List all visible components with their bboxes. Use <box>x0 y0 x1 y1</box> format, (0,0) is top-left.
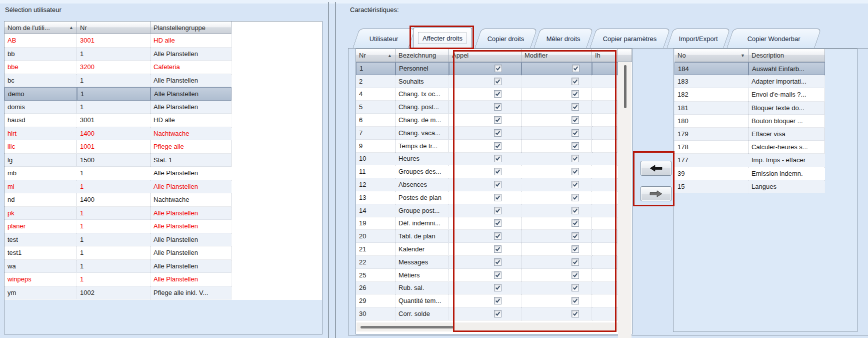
right-row[interactable]: 20Tabl. de plan <box>356 230 618 243</box>
right-row[interactable]: 26Rub. sal. <box>356 282 618 295</box>
available-row[interactable]: 15Langues <box>674 180 825 193</box>
column-header[interactable] <box>618 49 632 62</box>
checkbox-checked[interactable] <box>572 232 579 240</box>
right-row[interactable]: 25Métiers <box>356 269 618 282</box>
right-row[interactable]: 1Personnel <box>356 62 618 75</box>
checkbox-checked[interactable] <box>572 284 579 291</box>
user-row[interactable]: test1Alle Planstellen <box>4 233 232 247</box>
vertical-scroll-thumb[interactable] <box>624 65 626 108</box>
tab-utilisateur[interactable]: Utilisateur <box>352 29 415 48</box>
checkbox-checked[interactable] <box>572 103 579 111</box>
checkbox-checked[interactable] <box>572 245 579 253</box>
available-row[interactable]: 181Bloquer texte do... <box>674 102 825 115</box>
checkbox-checked[interactable] <box>572 271 579 279</box>
checkbox-checked[interactable] <box>572 207 579 214</box>
available-row[interactable]: 182Envoi d'e-mails ?... <box>674 88 825 101</box>
right-row[interactable]: 5Chang. post... <box>356 101 618 114</box>
column-header[interactable]: Nr <box>77 22 150 34</box>
right-row[interactable]: 14Groupe post... <box>356 204 618 217</box>
right-row[interactable]: 6Chang. de m... <box>356 114 618 127</box>
checkbox-checked[interactable] <box>572 181 579 188</box>
column-header[interactable]: Description <box>748 49 825 62</box>
checkbox-checked[interactable] <box>494 258 502 266</box>
column-header[interactable]: Appel <box>449 49 522 62</box>
column-header[interactable]: Nom de l'utili...▲ <box>4 22 77 34</box>
checkbox-checked[interactable] <box>572 258 579 266</box>
user-row[interactable]: test11Alle Planstellen <box>4 246 232 260</box>
rights-horizontal-scrollbar[interactable] <box>356 322 618 331</box>
available-row[interactable]: 39Emission indemn. <box>674 167 825 180</box>
user-row[interactable]: lg1500Stat. 1 <box>4 154 232 167</box>
checkbox-checked[interactable] <box>494 90 502 98</box>
checkbox-checked[interactable] <box>494 219 502 227</box>
right-row[interactable]: 7Chang. vaca... <box>356 127 618 140</box>
right-row[interactable]: 22Messages <box>356 256 618 269</box>
user-row[interactable]: domis1Alle Planstellen <box>4 101 232 114</box>
user-row[interactable]: nd1400Nachtwache <box>4 193 232 207</box>
column-header[interactable]: Nr▲ <box>356 49 396 62</box>
right-row[interactable]: 9Temps de tr... <box>356 140 618 153</box>
move-right-button[interactable] <box>640 186 672 201</box>
available-row[interactable]: 183Adapter importati... <box>674 75 825 88</box>
user-row[interactable]: AB3001HD alle <box>4 34 232 48</box>
checkbox-checked[interactable] <box>494 168 502 175</box>
user-row[interactable]: planer1Alle Planstellen <box>4 220 232 233</box>
column-header[interactable]: Modifier <box>522 49 592 62</box>
checkbox-checked[interactable] <box>572 219 579 227</box>
checkbox-checked[interactable] <box>494 116 502 124</box>
checkbox-checked[interactable] <box>572 310 579 317</box>
checkbox-checked[interactable] <box>494 194 502 201</box>
horizontal-scroll-thumb[interactable] <box>360 326 454 328</box>
available-row[interactable]: 177Imp. tmps - effacer <box>674 154 825 167</box>
checkbox-checked[interactable] <box>572 90 579 98</box>
checkbox-checked[interactable] <box>494 310 502 317</box>
user-row[interactable]: winpeps1Alle Planstellen <box>4 273 232 286</box>
checkbox-checked[interactable] <box>494 65 502 72</box>
checkbox-checked[interactable] <box>494 245 502 253</box>
right-row[interactable]: 2Souhaits <box>356 75 618 88</box>
tab-affecter-droits[interactable]: Affecter droits <box>413 28 472 49</box>
user-row[interactable]: ml1Alle Planstellen <box>4 180 232 194</box>
checkbox-checked[interactable] <box>494 297 502 304</box>
right-row[interactable]: 12Absences <box>356 178 618 191</box>
user-row[interactable]: pk1Alle Planstellen <box>4 207 232 220</box>
checkbox-checked[interactable] <box>572 116 579 124</box>
tab-import-export[interactable]: Import/Export <box>666 29 730 48</box>
checkbox-checked[interactable] <box>494 142 502 150</box>
tab-copier-wonderbar[interactable]: Copier Wonderbar <box>726 29 821 48</box>
checkbox-checked[interactable] <box>494 181 502 188</box>
user-row[interactable]: hirt1400Nachtwache <box>4 127 232 141</box>
right-row[interactable]: 21Kalender <box>356 243 618 256</box>
checkbox-checked[interactable] <box>494 284 502 291</box>
checkbox-checked[interactable] <box>572 194 579 201</box>
panel-splitter-line[interactable] <box>335 2 336 338</box>
user-row[interactable]: bbe3200Cafeteria <box>4 61 232 74</box>
checkbox-checked[interactable] <box>494 103 502 111</box>
right-row[interactable]: 30Corr. solde <box>356 307 618 320</box>
checkbox-checked[interactable] <box>572 142 579 150</box>
column-header[interactable]: Bezeichnung <box>396 49 449 62</box>
column-header[interactable]: Planstellengruppe <box>150 22 232 34</box>
checkbox-checked[interactable] <box>494 78 502 85</box>
right-row[interactable]: 29Quantité tem... <box>356 294 618 307</box>
tab-m-ler-droits[interactable]: Mêler droits <box>534 29 593 48</box>
right-row[interactable]: 11Groupes des... <box>356 165 618 178</box>
rights-vertical-scrollbar[interactable] <box>618 62 632 338</box>
column-header[interactable]: No▼ <box>674 49 748 62</box>
right-row[interactable]: 13Postes de plan <box>356 191 618 204</box>
move-left-button[interactable] <box>640 161 672 176</box>
user-row[interactable]: bb1Alle Planstellen <box>4 48 232 61</box>
right-row[interactable]: 10Heures <box>356 153 618 166</box>
available-row[interactable]: 184Auswahl Einfarb... <box>674 62 825 75</box>
panel-splitter[interactable] <box>328 2 329 338</box>
checkbox-checked[interactable] <box>572 168 579 175</box>
right-row[interactable]: 19Déf. indemni... <box>356 217 618 230</box>
checkbox-checked[interactable] <box>494 207 502 214</box>
user-row[interactable]: ym1002Pflege alle inkl. V... <box>4 286 232 300</box>
column-header[interactable]: Ih <box>592 49 618 62</box>
available-row[interactable]: 180Bouton bloquer ... <box>674 115 825 128</box>
checkbox-checked[interactable] <box>494 155 502 162</box>
user-row[interactable]: hausd3001HD alle <box>4 114 232 127</box>
checkbox-checked[interactable] <box>572 129 579 137</box>
checkbox-checked[interactable] <box>572 297 579 304</box>
